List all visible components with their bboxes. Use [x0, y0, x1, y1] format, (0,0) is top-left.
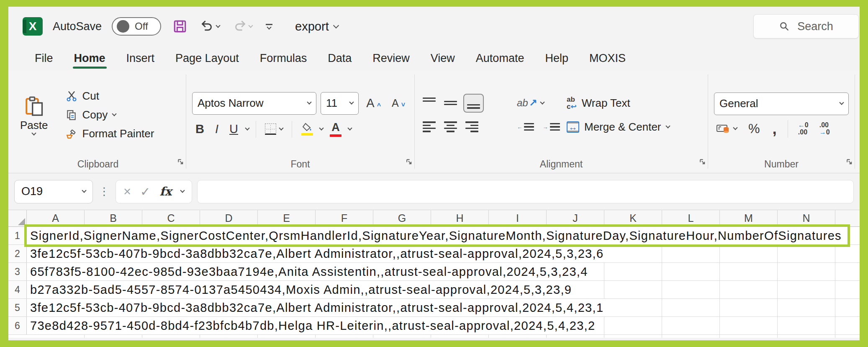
column-header-i[interactable]: I: [489, 210, 547, 226]
cell-text[interactable]: 65f783f5-8100-42ec-985d-93e3baa7194e,Ani…: [27, 263, 594, 280]
borders-dropdown-icon: [279, 126, 283, 130]
ribbon-tab-view[interactable]: View: [420, 46, 465, 70]
decrease-indent-button[interactable]: ←: [515, 119, 536, 135]
cut-button[interactable]: Cut: [63, 88, 102, 104]
number-dialog-launcher[interactable]: [846, 158, 853, 165]
font-color-dropdown-icon[interactable]: [347, 126, 352, 130]
ribbon-tab-review[interactable]: Review: [362, 46, 420, 70]
redo-button[interactable]: [231, 18, 254, 35]
workbook-name: export: [295, 20, 329, 33]
format-painter-button[interactable]: Format Painter: [63, 126, 157, 142]
align-center-button[interactable]: [442, 119, 459, 135]
ribbon-tab-home[interactable]: Home: [64, 46, 116, 70]
ribbon-tab-data[interactable]: Data: [317, 46, 362, 70]
ribbon-tab-formulas[interactable]: Formulas: [249, 46, 318, 70]
number-format-value: General: [719, 97, 758, 110]
number-format-select[interactable]: General: [714, 93, 849, 115]
increase-indent-button[interactable]: →: [540, 119, 562, 135]
fill-color-dropdown-icon[interactable]: [319, 126, 324, 130]
column-header-f[interactable]: F: [316, 210, 373, 226]
column-header-e[interactable]: E: [258, 210, 316, 226]
cell-text[interactable]: 3fe12c5f-53cb-407b-9bcd-3a8dbb32ca7e,Alb…: [27, 299, 609, 316]
row-number[interactable]: 5: [8, 299, 27, 316]
column-header-h[interactable]: H: [431, 210, 489, 226]
increase-decimal-button[interactable]: ←0 .00: [796, 121, 811, 136]
align-middle-button[interactable]: [442, 95, 459, 111]
align-left-button[interactable]: [421, 119, 438, 135]
font-color-button[interactable]: A: [327, 121, 344, 138]
save-button[interactable]: [171, 18, 189, 35]
row-number[interactable]: 6: [8, 317, 27, 334]
formula-bar: O19 ⋮ × ✓ fx: [8, 173, 860, 210]
merge-center-button[interactable]: ↔ Merge & Center: [564, 119, 702, 135]
paste-button[interactable]: Paste: [16, 95, 52, 135]
quick-access-overflow-button[interactable]: [264, 22, 274, 31]
cancel-icon[interactable]: ×: [123, 185, 131, 198]
underline-button[interactable]: U: [226, 122, 241, 136]
align-right-button[interactable]: [463, 119, 480, 135]
alignment-dialog-launcher[interactable]: [699, 158, 706, 165]
font-size-select[interactable]: 11: [321, 92, 359, 115]
align-top-button[interactable]: [421, 95, 438, 111]
decrease-font-button[interactable]: A˅: [388, 97, 408, 109]
cell-text[interactable]: b27a332b-5ad5-4557-8574-0137a5450434,Mox…: [27, 281, 578, 298]
increase-indent-icon: →: [542, 124, 548, 130]
fx-dropdown-icon[interactable]: [180, 188, 185, 193]
ribbon-tab-page-layout[interactable]: Page Layout: [165, 46, 249, 70]
clipboard-dialog-launcher[interactable]: [177, 158, 184, 165]
column-header-l[interactable]: L: [662, 210, 720, 226]
ribbon-tab-automate[interactable]: Automate: [465, 46, 535, 70]
decrease-decimal-button[interactable]: .00 →0: [817, 121, 832, 136]
save-icon: [173, 19, 187, 33]
column-header-b[interactable]: B: [85, 210, 142, 226]
row-number[interactable]: 4: [8, 281, 27, 298]
borders-button[interactable]: [263, 121, 285, 137]
font-name-select[interactable]: Aptos Narrow: [192, 92, 316, 115]
enter-icon[interactable]: ✓: [140, 185, 150, 199]
row-number[interactable]: 2: [8, 245, 27, 262]
column-header-j[interactable]: J: [547, 210, 604, 226]
percent-style-button[interactable]: %: [745, 121, 763, 136]
autosave-toggle[interactable]: Off: [112, 17, 161, 36]
italic-button[interactable]: I: [212, 122, 222, 136]
insert-function-icon[interactable]: fx: [159, 185, 172, 198]
bold-button[interactable]: B: [192, 122, 208, 136]
ribbon-tab-help[interactable]: Help: [534, 46, 579, 70]
orientation-button[interactable]: ab↗: [515, 95, 564, 111]
formula-bar-divider: ⋮: [98, 185, 110, 198]
search-input[interactable]: Search: [753, 14, 859, 39]
select-all-corner[interactable]: [8, 210, 27, 226]
column-header-g[interactable]: G: [373, 210, 431, 226]
align-bottom-selected[interactable]: [463, 94, 484, 113]
ribbon-tab-file[interactable]: File: [24, 46, 64, 70]
column-header-k[interactable]: K: [604, 210, 662, 226]
column-header-d[interactable]: D: [200, 210, 258, 226]
workbook-title[interactable]: export: [295, 20, 338, 33]
row-number[interactable]: 3: [8, 263, 27, 280]
column-header-a[interactable]: A: [27, 210, 85, 226]
font-name-value: Aptos Narrow: [198, 97, 264, 110]
cell-text[interactable]: 3fe12c5f-53cb-407b-9bcd-3a8dbb32ca7e,Alb…: [27, 245, 609, 262]
accounting-format-button[interactable]: [714, 121, 739, 137]
column-header-n[interactable]: N: [778, 210, 835, 226]
search-icon: [779, 21, 790, 32]
ribbon-tab-moxis[interactable]: MOXIS: [579, 46, 636, 70]
fill-color-button[interactable]: [299, 122, 316, 136]
undo-button[interactable]: [199, 18, 221, 35]
increase-font-button[interactable]: A^: [363, 96, 384, 110]
row-number[interactable]: 1: [8, 227, 27, 244]
column-header-c[interactable]: C: [142, 210, 200, 226]
copy-button[interactable]: Copy: [63, 107, 119, 123]
accounting-icon: [716, 123, 730, 135]
font-dialog-launcher[interactable]: [406, 158, 413, 165]
ribbon-tab-insert[interactable]: Insert: [116, 46, 165, 70]
underline-dropdown-icon[interactable]: [245, 126, 249, 130]
column-header-m[interactable]: M: [720, 210, 778, 226]
name-box[interactable]: O19: [14, 180, 93, 203]
accounting-dropdown-icon: [733, 125, 737, 130]
cell-text[interactable]: 73e8d428-9571-450d-8bd4-f23bfcb4b7db,Hel…: [27, 317, 601, 334]
wrap-text-button[interactable]: ab c↩ Wrap Text: [564, 94, 702, 112]
cell-text[interactable]: SignerId,SignerName,SignerCostCenter,Qrs…: [27, 227, 847, 244]
formula-input[interactable]: [197, 180, 854, 203]
comma-style-button[interactable]: ,: [769, 120, 780, 137]
